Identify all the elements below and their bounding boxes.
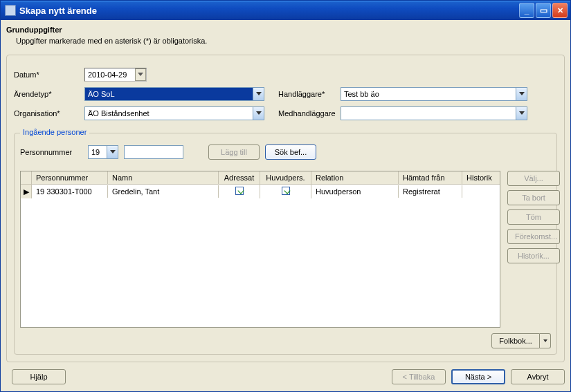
- persons-fieldset: Ingående personer Personnummer 19 Lägg t…: [14, 133, 557, 355]
- footer: Hjälp < Tillbaka Nästa > Avbryt: [6, 369, 565, 384]
- label-datum: Datum*: [14, 71, 68, 79]
- arendetyp-value: ÄO SoL: [85, 90, 253, 98]
- svg-marker-0: [138, 73, 143, 76]
- section-title: Grunduppgifter: [6, 26, 565, 34]
- sok-bef-button[interactable]: Sök bef...: [265, 144, 316, 160]
- close-button[interactable]: ✕: [552, 3, 568, 18]
- valj-button[interactable]: Välj...: [507, 171, 560, 186]
- folkbok-split-button[interactable]: Folkbok...: [491, 333, 551, 348]
- add-button[interactable]: Lägg till: [208, 144, 260, 160]
- col-hamtad[interactable]: Hämtad från: [399, 171, 462, 184]
- svg-marker-1: [256, 92, 262, 95]
- svg-marker-6: [543, 339, 547, 342]
- table-body: ▶19 330301-T000Gredelin, TantHuvudperson…: [21, 185, 500, 327]
- chevron-down-icon: [543, 339, 547, 343]
- maximize-button[interactable]: ▭: [536, 3, 551, 18]
- date-dropdown-button[interactable]: [135, 68, 146, 81]
- col-personnummer[interactable]: Personnummer: [32, 171, 108, 184]
- col-historik[interactable]: Historik: [462, 171, 500, 184]
- cell-pn: 19 330301-T000: [32, 185, 108, 198]
- app-icon: [5, 5, 16, 16]
- cell-huvudpers[interactable]: [260, 185, 311, 198]
- tom-button[interactable]: Töm: [507, 209, 560, 225]
- col-huvudpers[interactable]: Huvudpers.: [260, 171, 311, 184]
- table-row[interactable]: ▶19 330301-T000Gredelin, TantHuvudperson…: [21, 185, 500, 198]
- label-handlaggare: Handläggare*: [278, 90, 341, 98]
- svg-marker-4: [519, 111, 525, 115]
- window-title: Skapa nytt ärende: [19, 6, 519, 16]
- chevron-down-icon: [516, 88, 527, 100]
- svg-marker-3: [256, 111, 262, 115]
- organisation-select[interactable]: ÄO Biståndsenhet: [84, 106, 264, 120]
- back-button[interactable]: < Tillbaka: [392, 369, 446, 384]
- date-input[interactable]: [85, 68, 135, 81]
- persons-legend: Ingående personer: [20, 128, 89, 136]
- cell-namn: Gredelin, Tant: [108, 185, 219, 198]
- persons-table: Personnummer Namn Adressat Huvudpers. Re…: [20, 171, 500, 328]
- historik-button[interactable]: Historik...: [507, 248, 560, 263]
- cell-adressat[interactable]: [219, 185, 260, 198]
- table-header: Personnummer Namn Adressat Huvudpers. Re…: [21, 171, 500, 185]
- folkbok-button[interactable]: Folkbok...: [491, 333, 540, 348]
- chevron-down-icon: [138, 73, 143, 77]
- checkbox-icon: [282, 187, 290, 195]
- organisation-value: ÄO Biståndsenhet: [85, 109, 253, 118]
- handlaggare-select[interactable]: Test bb äo: [341, 87, 527, 101]
- pn-prefix-select[interactable]: 19: [88, 145, 118, 159]
- row-indicator: ▶: [21, 185, 32, 198]
- checkbox-icon: [235, 187, 244, 195]
- label-personnummer: Personnummer: [20, 148, 82, 156]
- chevron-down-icon: [107, 146, 118, 158]
- side-buttons: Välj... Ta bort Töm Förekomst... Histori…: [507, 171, 560, 328]
- content: Grunduppgifter Uppgifter markerade med e…: [1, 20, 570, 391]
- pn-input[interactable]: [124, 145, 183, 159]
- arendetyp-select[interactable]: ÄO SoL: [84, 87, 264, 101]
- label-arendetyp: Ärendetyp*: [14, 90, 68, 98]
- required-note: Uppgifter markerade med en asterisk (*) …: [16, 37, 565, 45]
- window: Skapa nytt ärende _ ▭ ✕ Grunduppgifter U…: [0, 0, 571, 392]
- pn-prefix-value: 19: [89, 148, 107, 156]
- forekomst-button[interactable]: Förekomst...: [507, 229, 560, 244]
- folkbok-split-arrow[interactable]: [540, 333, 551, 348]
- label-medhandlaggare: Medhandläggare: [278, 109, 341, 118]
- col-adressat[interactable]: Adressat: [219, 171, 260, 184]
- help-button[interactable]: Hjälp: [12, 369, 66, 384]
- row-datum: Datum*: [14, 68, 557, 82]
- main-panel: Datum* Ärendetyp* ÄO SoL Handläggare*: [6, 55, 565, 362]
- row-organisation: Organisation* ÄO Biståndsenhet Medhandlä…: [14, 106, 557, 120]
- medhandlaggare-select[interactable]: [341, 106, 527, 120]
- col-namn[interactable]: Namn: [108, 171, 219, 184]
- tabort-button[interactable]: Ta bort: [507, 190, 560, 205]
- cell-hamtad: Registrerat: [399, 185, 462, 198]
- handlaggare-value: Test bb äo: [341, 90, 516, 98]
- person-input-row: Personnummer 19 Lägg till Sök bef...: [20, 144, 551, 160]
- row-arendetyp: Ärendetyp* ÄO SoL Handläggare* Test bb ä…: [14, 87, 557, 101]
- next-button[interactable]: Nästa >: [451, 369, 505, 384]
- svg-marker-2: [519, 92, 525, 95]
- table-area: Personnummer Namn Adressat Huvudpers. Re…: [20, 171, 551, 328]
- svg-marker-5: [110, 150, 116, 153]
- col-relation[interactable]: Relation: [311, 171, 399, 184]
- cancel-button[interactable]: Avbryt: [511, 369, 565, 384]
- window-buttons: _ ▭ ✕: [519, 3, 568, 18]
- chevron-down-icon: [253, 88, 264, 100]
- chevron-down-icon: [253, 107, 264, 120]
- folkbok-row: Folkbok...: [20, 333, 551, 348]
- cell-historik: [462, 189, 500, 194]
- date-field[interactable]: [84, 68, 147, 82]
- label-organisation: Organisation*: [14, 109, 68, 118]
- chevron-down-icon: [516, 107, 527, 120]
- cell-relation: Huvudperson: [311, 185, 399, 198]
- titlebar: Skapa nytt ärende _ ▭ ✕: [1, 1, 570, 20]
- minimize-button[interactable]: _: [519, 3, 534, 18]
